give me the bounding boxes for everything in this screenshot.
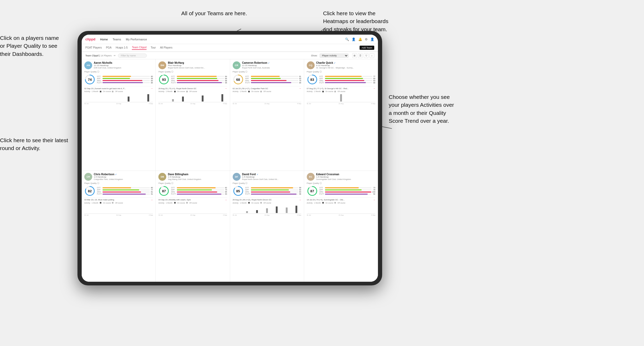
- date-mid: 21 Aug: [339, 103, 344, 104]
- search-icon[interactable]: 🔍: [345, 38, 349, 41]
- on-course-dot: [248, 91, 250, 92]
- quality-label: Player Quality ⓘ: [233, 71, 301, 73]
- ott-label: OTT: [97, 76, 102, 77]
- latest-round[interactable]: 02 Jul 23 | 59 (+17), Craigmillar Park G…: [233, 86, 301, 90]
- player-card[interactable]: CQ Charlie Quick ✓ 6-10 Handicap St. Geo…: [304, 59, 378, 171]
- subnav-hcaps[interactable]: Hcaps 1-5: [116, 46, 128, 50]
- app-bar: [177, 189, 224, 190]
- latest-round[interactable]: 03 Mar 23 | 19, Must make putting →: [84, 198, 153, 201]
- player-card[interactable]: DB Dave Billingham 1-5 Handicap Sag Main…: [156, 171, 230, 282]
- card-header: DB Dave Billingham 1-5 Handicap Sag Main…: [158, 173, 227, 181]
- subnav-pga[interactable]: PGA: [106, 46, 111, 50]
- date-mid: 21 Aug: [116, 103, 121, 104]
- app-bar: [102, 78, 150, 79]
- nav-my-performance[interactable]: My Performance: [126, 38, 147, 41]
- player-club: Royal North Devon Golf Club, United Kin.…: [168, 67, 227, 69]
- subnav-team-clippd[interactable]: Team Clippd: [132, 46, 147, 50]
- player-name[interactable]: Cameron Robertson ✓: [242, 61, 301, 64]
- chart-column: [178, 97, 188, 102]
- putt-bar: [251, 82, 298, 83]
- activity-title: Activity · 1 Month: [307, 202, 321, 204]
- search-input[interactable]: Filter by name: [118, 54, 147, 58]
- quality-section: 93 OTT 84 APP 85 ARG 88 PUTT 95: [158, 74, 227, 85]
- player-name[interactable]: Dave Billingham: [168, 173, 227, 176]
- subnav-tour[interactable]: Tour: [151, 46, 156, 50]
- on-course-dot: [100, 91, 101, 92]
- player-card[interactable]: BM Blair McHarg Plus Handicap Royal Nort…: [156, 59, 230, 171]
- quality-circle[interactable]: 93: [158, 74, 169, 85]
- grid-view-button[interactable]: ⊞: [352, 53, 357, 58]
- quality-number: 68: [236, 78, 240, 82]
- app-label: APP: [171, 189, 176, 191]
- player-name[interactable]: Edward Crossman: [316, 173, 375, 176]
- player-handicap: 1-5 Handicap: [94, 176, 153, 178]
- filter-button[interactable]: ▽: [364, 53, 368, 58]
- quality-circle[interactable]: 82: [84, 185, 95, 196]
- quality-circle[interactable]: 87: [158, 185, 169, 196]
- date-start: 31 Jul: [84, 214, 89, 216]
- ott-bar: [177, 187, 224, 188]
- player-club: Royal North Devon Golf Club, United Kil.…: [242, 178, 301, 180]
- players-grid: AN Aaron Nicholls 11-15 Handicap Drift G…: [82, 59, 378, 282]
- quality-circle[interactable]: 74: [84, 74, 95, 85]
- chart-dates: 31 Jul 21 Aug 4 Sep: [84, 214, 153, 216]
- player-name[interactable]: Chris Robertson ✓: [94, 173, 153, 176]
- player-card[interactable]: DF David Ford ✓ 1-5 Handicap Royal North…: [230, 171, 304, 282]
- latest-round[interactable]: 26 Aug 23 | 73 (+1), Royal North Devon G…: [158, 86, 227, 90]
- avatar-icon[interactable]: 👤: [370, 38, 374, 41]
- player-card[interactable]: CR Cameron Robertson ✓ 11-15 Handicap Ro…: [230, 59, 304, 171]
- quality-circle[interactable]: 68: [233, 74, 244, 85]
- nav-teams[interactable]: Teams: [113, 38, 121, 41]
- quality-number: 87: [310, 189, 314, 193]
- off-course-label: Off course: [337, 202, 345, 204]
- on-course-dot: [174, 91, 176, 92]
- latest-round[interactable]: 04 Sep 23 | Mobility with coach, Gym →: [158, 198, 227, 201]
- player-name[interactable]: David Ford ✓: [242, 173, 301, 176]
- activity-title: Activity · 1 Month: [158, 202, 172, 204]
- off-course-dot: [260, 202, 262, 204]
- player-card[interactable]: AN Aaron Nicholls 11-15 Handicap Drift G…: [82, 59, 155, 171]
- settings-icon[interactable]: ⚙: [365, 38, 368, 41]
- subnav-all-players[interactable]: All Players: [160, 46, 172, 50]
- ott-value: 60: [151, 76, 153, 77]
- latest-round[interactable]: 18 Jul 23 | 74 (+4), Sunningdale GC - Ol…: [307, 198, 375, 201]
- heatmap-annotation: Click here to view theHeatmaps or leader…: [323, 9, 402, 33]
- player-card[interactable]: EC Edward Crossman 1-5 Handicap Sunningd…: [304, 171, 378, 282]
- off-course-dot: [186, 91, 188, 92]
- off-course-dot: [334, 91, 336, 92]
- player-name[interactable]: Charlie Quick ✓: [316, 61, 375, 64]
- arg-label: ARG: [171, 191, 176, 193]
- add-team-button[interactable]: Add Team: [360, 46, 374, 50]
- profile-icon[interactable]: 👤: [352, 38, 356, 41]
- latest-round[interactable]: 02 Sep 23 | Sunset round to get back int…: [84, 86, 153, 90]
- subnav-pgat[interactable]: PGAT Players: [85, 46, 102, 50]
- quality-number: 93: [162, 78, 166, 82]
- putt-bar: [102, 82, 150, 83]
- ott-value: 82: [225, 187, 227, 189]
- off-course-label: Off course: [263, 91, 271, 92]
- ott-value: 60: [151, 187, 153, 189]
- quality-circle[interactable]: 83: [307, 74, 318, 85]
- date-mid: 21 Aug: [264, 214, 269, 216]
- chart-column: [292, 206, 301, 213]
- quality-circle[interactable]: 85: [233, 185, 244, 196]
- nav-home[interactable]: Home: [100, 38, 108, 41]
- show-label: Show:: [311, 54, 318, 57]
- latest-round[interactable]: 26 Aug 23 | 84 (+12), Royal North Devon …: [233, 198, 301, 201]
- player-club: Drift Golf Club, United Kingdom: [94, 67, 153, 69]
- player-name[interactable]: Blair McHarg: [168, 61, 227, 64]
- quality-circle[interactable]: 87: [307, 185, 318, 196]
- round-arrow-icon: →: [299, 87, 301, 90]
- show-select[interactable]: Player Activity Quality Score Trend: [320, 54, 349, 58]
- round-text: 26 Aug 23 | 73 (+1), Royal North Devon G…: [158, 87, 196, 90]
- player-card[interactable]: CR Chris Robertson ✓ 1-5 Handicap Craigm…: [82, 171, 155, 282]
- player-name-annotation: Click on a players nameor Player Quality…: [0, 34, 74, 58]
- app-value: 77: [151, 189, 153, 191]
- player-name[interactable]: Aaron Nicholls: [94, 61, 153, 64]
- latest-round[interactable]: 07 Aug 23 | 77 (+7), St George's Hill GC…: [307, 86, 375, 90]
- bell-icon[interactable]: 🔔: [358, 38, 362, 41]
- sort-button[interactable]: ↕: [370, 53, 374, 58]
- edit-icon[interactable]: ✏: [114, 54, 116, 57]
- list-view-button[interactable]: ☰: [358, 53, 363, 58]
- avatar: CR: [84, 173, 92, 181]
